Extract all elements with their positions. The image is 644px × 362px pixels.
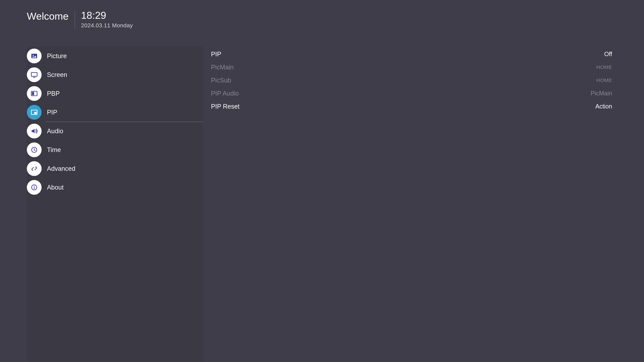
setting-row-pip[interactable]: PIP Off: [211, 48, 612, 61]
pip-icon: [27, 105, 42, 120]
sidebar-item-advanced[interactable]: Advanced: [27, 159, 203, 178]
sidebar-item-label: About: [47, 184, 64, 191]
clock-date: 2024.03.11 Monday: [81, 22, 133, 29]
sidebar-item-time[interactable]: Time: [27, 140, 203, 159]
time-icon: [27, 142, 42, 157]
setting-value: HOME: [596, 77, 612, 83]
settings-content: PIP Off PicMain HOME PicSub HOME PIP Aud…: [211, 48, 612, 113]
svg-rect-13: [34, 187, 34, 189]
sidebar-item-label: PIP: [47, 109, 57, 116]
setting-row-pipreset[interactable]: PIP Reset Action: [211, 100, 612, 113]
setting-name: PIP: [211, 51, 221, 58]
header: Welcome 18:29 2024.03.11 Monday: [27, 10, 133, 29]
datetime-block: 18:29 2024.03.11 Monday: [75, 10, 133, 29]
sidebar-item-screen[interactable]: Screen: [27, 65, 203, 84]
setting-name: PicMain: [211, 64, 234, 71]
setting-value: Action: [595, 103, 612, 110]
sidebar-item-pbp[interactable]: PBP: [27, 84, 203, 103]
sidebar-item-label: PBP: [47, 90, 60, 97]
setting-name: PicSub: [211, 77, 231, 84]
sidebar-item-label: Time: [47, 146, 61, 153]
audio-icon: [27, 124, 42, 138]
svg-point-12: [34, 186, 35, 187]
clock-time: 18:29: [81, 10, 133, 20]
setting-row-pipaudio[interactable]: PIP Audio PicMain: [211, 87, 612, 100]
setting-name: PIP Audio: [211, 90, 239, 97]
sidebar-item-label: Screen: [47, 71, 67, 78]
setting-value: Off: [604, 51, 612, 58]
setting-row-picmain[interactable]: PicMain HOME: [211, 61, 612, 74]
sidebar-item-label: Audio: [47, 128, 63, 135]
sidebar-item-audio[interactable]: Audio: [27, 122, 203, 140]
sidebar-item-label: Advanced: [47, 165, 75, 172]
setting-value: PicMain: [591, 90, 612, 97]
about-icon: [27, 180, 42, 195]
sidebar-item-label: Picture: [47, 52, 67, 60]
setting-value: HOME: [596, 64, 612, 70]
svg-rect-5: [32, 92, 34, 95]
setting-row-picsub[interactable]: PicSub HOME: [211, 74, 612, 87]
svg-rect-7: [34, 112, 36, 114]
svg-point-10: [36, 167, 36, 168]
sidebar-item-about[interactable]: About: [27, 178, 203, 197]
svg-rect-2: [31, 72, 37, 76]
setting-name: PIP Reset: [211, 103, 240, 110]
sidebar-item-picture[interactable]: Picture: [27, 46, 203, 65]
welcome-text: Welcome: [27, 10, 75, 22]
screen-icon: [27, 67, 42, 82]
pbp-icon: [27, 86, 42, 101]
sidebar: Picture Screen PBP PIP Audio Time: [27, 46, 203, 362]
picture-icon: [27, 49, 42, 63]
svg-point-1: [33, 55, 34, 56]
svg-point-9: [32, 170, 33, 171]
advanced-icon: [27, 161, 42, 176]
sidebar-item-pip[interactable]: PIP: [27, 103, 203, 122]
